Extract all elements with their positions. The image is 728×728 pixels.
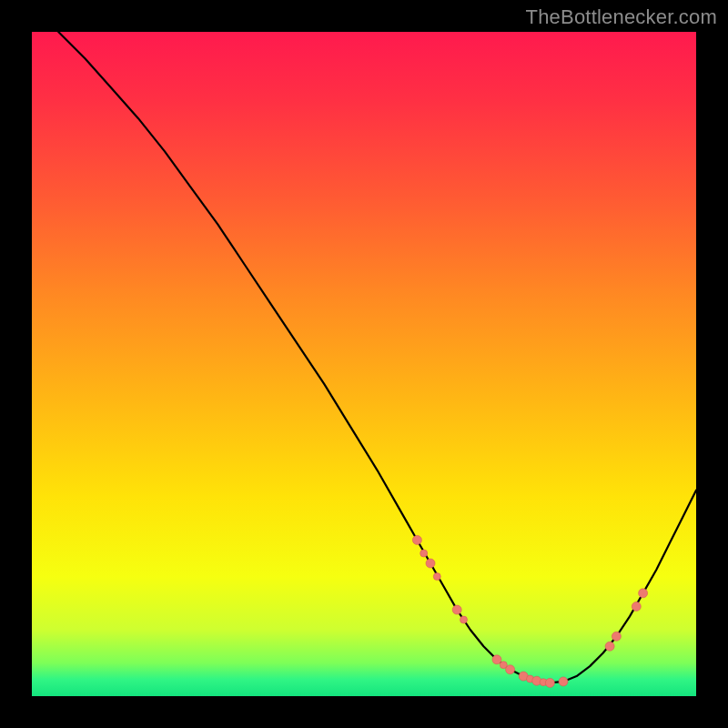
marker-dot [559, 677, 568, 686]
chart-frame: TheBottlenecker.com [0, 0, 728, 728]
attribution-text: TheBottlenecker.com [526, 5, 717, 29]
marker-dot [639, 589, 648, 598]
marker-dot [460, 616, 468, 623]
marker-dot [545, 678, 554, 687]
marker-dot [612, 632, 621, 641]
marker-dot [492, 655, 501, 664]
gradient-background [32, 32, 696, 696]
chart-svg [32, 32, 696, 696]
marker-dot [412, 535, 421, 544]
marker-dot [452, 605, 461, 614]
marker-dot [420, 550, 428, 557]
plot-area [32, 32, 696, 696]
marker-dot [433, 573, 440, 581]
marker-dot [426, 559, 435, 568]
marker-dot [506, 665, 515, 674]
marker-dot [632, 602, 641, 611]
marker-dot [605, 642, 614, 651]
